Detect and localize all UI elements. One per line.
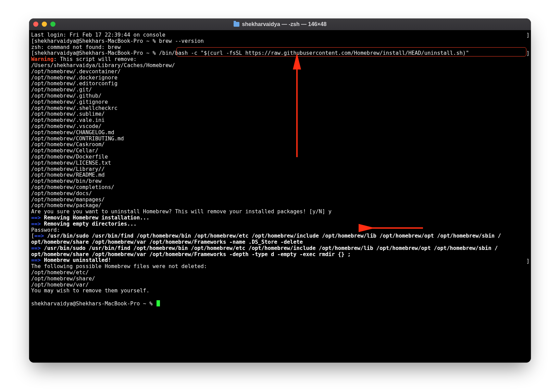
terminal-line: ==> Removing Homebrew installation...: [31, 215, 531, 221]
terminal-line: /opt/homebrew/README.md: [31, 172, 531, 178]
terminal-line: /opt/homebrew/.github/: [31, 93, 531, 99]
terminal-line: /opt/homebrew/bin/brew: [31, 178, 531, 185]
terminal-line: /opt/homebrew/.git/: [31, 87, 531, 93]
terminal-line: /opt/homebrew/.editorconfig: [31, 81, 531, 87]
terminal-line: The following possible Homebrew files we…: [31, 264, 531, 270]
terminal-line: opt/homebrew/share /opt/homebrew/var /op…: [31, 239, 531, 245]
terminal-line: Are you sure you want to uninstall Homeb…: [31, 209, 531, 215]
window-title: shekharvaidya — -zsh — 146×48: [242, 21, 327, 27]
terminal-line: /opt/homebrew/.sublime/: [31, 111, 531, 117]
terminal-line: /opt/homebrew/etc/: [31, 270, 531, 276]
terminal-line: /opt/homebrew/package/: [31, 203, 531, 209]
terminal-line: /opt/homebrew/.dockerignore: [31, 75, 531, 81]
terminal-line: Warning: This script will remove:: [31, 56, 531, 63]
zoom-icon[interactable]: [50, 22, 55, 27]
terminal-line: /Users/shekharvaidya/Library/Caches/Home…: [31, 63, 531, 69]
terminal-line: /opt/homebrew/Dockerfile: [31, 154, 531, 160]
terminal-line: /opt/homebrew/CHANGELOG.md: [31, 130, 531, 136]
terminal-line: ==> /usr/bin/sudo /usr/bin/find /opt/hom…: [31, 245, 531, 252]
terminal-line: /opt/homebrew/Caskroom/: [31, 142, 531, 148]
terminal-line: /opt/homebrew/Library//: [31, 166, 531, 173]
close-icon[interactable]: [33, 22, 38, 27]
terminal-line: /opt/homebrew/.shellcheckrc: [31, 105, 531, 112]
terminal-line: /opt/homebrew/share/: [31, 276, 531, 282]
terminal-line: /opt/homebrew/.vscode/: [31, 124, 531, 130]
cursor: [157, 300, 160, 306]
terminal-line: /opt/homebrew/docs/: [31, 191, 531, 197]
terminal-content[interactable]: Last login: Fri Feb 17 22:39:44 on conso…: [29, 30, 531, 363]
traffic-lights: [33, 22, 55, 27]
terminal-line: Last login: Fri Feb 17 22:39:44 on conso…: [31, 32, 531, 38]
terminal-line: [==> /usr/bin/sudo /usr/bin/find /opt/ho…: [31, 233, 531, 239]
terminal-line: opt/homebrew/share /opt/homebrew/var /op…: [31, 252, 531, 258]
title-bar[interactable]: shekharvaidya — -zsh — 146×48: [29, 18, 531, 30]
wrap-bracket: ]: [526, 50, 530, 56]
terminal-line: /opt/homebrew/LICENSE.txt: [31, 160, 531, 166]
terminal-line: /opt/homebrew/.devcontainer/: [31, 69, 531, 75]
terminal-line: You may wish to remove them yourself.: [31, 288, 531, 294]
title-icon: [234, 22, 239, 27]
terminal-line: /opt/homebrew/completions/: [31, 185, 531, 191]
terminal-line: /opt/homebrew/manpages/: [31, 197, 531, 203]
terminal-line: shekharvaidya@Shekhars-MacBook-Pro ~ %: [31, 300, 531, 307]
wrap-bracket: ]: [526, 258, 530, 264]
terminal-line: [31, 294, 531, 300]
terminal-line: /opt/homebrew/Cellar/: [31, 148, 531, 154]
terminal-line: ==> Homebrew uninstalled!: [31, 257, 531, 264]
terminal-line: /opt/homebrew/CONTRIBUTING.md: [31, 136, 531, 142]
terminal-line: zsh: command not found: brew: [31, 45, 531, 51]
terminal-line: /opt/homebrew/.vale.ini: [31, 117, 531, 124]
terminal-line: [shekharvaidya@Shekhars-MacBook-Pro ~ % …: [31, 50, 531, 56]
wrap-bracket: ]: [526, 32, 530, 38]
terminal-window: shekharvaidya — -zsh — 146×48 Last login…: [29, 18, 531, 363]
terminal-line: ==> Removing empty directories...: [31, 221, 531, 227]
terminal-line: /opt/homebrew/.gitignore: [31, 99, 531, 105]
terminal-line: [shekharvaidya@Shekhars-MacBook-Pro ~ % …: [31, 38, 531, 45]
minimize-icon[interactable]: [42, 22, 47, 27]
terminal-line: Password:: [31, 227, 531, 233]
terminal-line: /opt/homebrew/var/: [31, 282, 531, 288]
